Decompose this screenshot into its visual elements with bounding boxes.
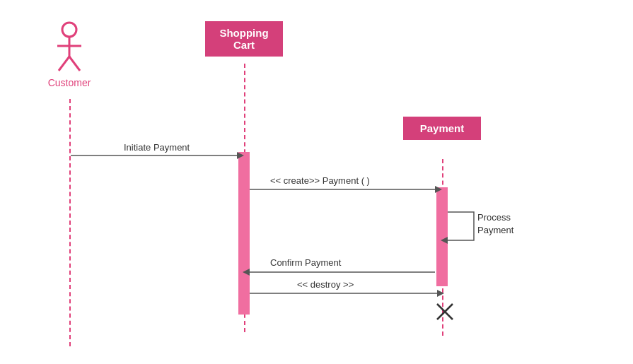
svg-text:Initiate Payment: Initiate Payment [124, 142, 190, 153]
shopping-cart-label: ShoppingCart [219, 27, 268, 51]
svg-point-0 [62, 23, 76, 37]
svg-text:Confirm Payment: Confirm Payment [270, 257, 342, 268]
svg-line-20 [437, 304, 453, 319]
svg-text:Payment: Payment [477, 225, 514, 235]
activation-bar-payment [436, 187, 448, 286]
svg-line-4 [69, 57, 80, 71]
shopping-cart-box: ShoppingCart [205, 21, 283, 57]
payment-box: Payment [403, 117, 481, 140]
diagram-container: Customer ShoppingCart Payment Initiate P… [0, 0, 633, 364]
customer-label: Customer [48, 77, 91, 88]
svg-text:Process: Process [477, 212, 511, 223]
actor-customer: Customer [41, 21, 98, 88]
lifeline-customer [69, 99, 71, 346]
payment-label: Payment [420, 122, 465, 134]
svg-line-21 [437, 304, 453, 319]
svg-text:<< destroy >>: << destroy >> [297, 279, 354, 290]
customer-figure [52, 21, 87, 74]
svg-line-3 [59, 57, 69, 71]
activation-bar-cart [238, 152, 250, 315]
svg-text:<< create>> Payment ( ): << create>> Payment ( ) [270, 175, 370, 186]
